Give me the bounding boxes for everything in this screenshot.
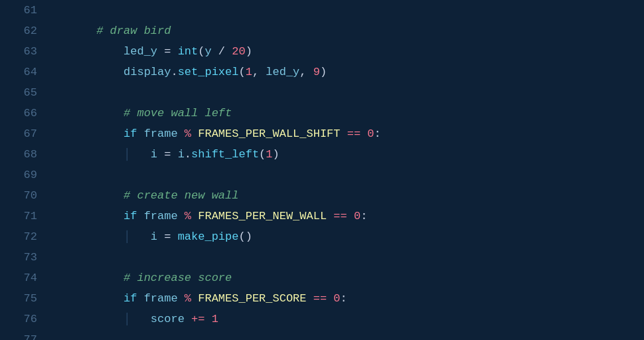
line-77: 77 [8, 329, 37, 340]
code-content: # draw bird led_y = int(y / 20) display.… [48, 0, 644, 340]
line-numbers: 61 62 63 64 65 66 67 68 69 70 71 72 73 7… [0, 0, 48, 340]
line-66: 66 [8, 103, 37, 124]
line-70: 70 [8, 185, 37, 206]
line-76: 76 [8, 309, 37, 329]
line-73: 73 [8, 247, 37, 268]
line-67: 67 [8, 124, 37, 144]
line-64: 64 [8, 62, 37, 82]
line-61: 61 [8, 0, 37, 21]
line-69: 69 [8, 165, 37, 185]
line-71: 71 [8, 206, 37, 226]
line-62: 62 [8, 21, 37, 41]
line-63: 63 [8, 41, 37, 62]
code-line-77: sleep(DELAY) [56, 329, 636, 340]
code-line-61: # draw bird [56, 0, 636, 21]
code-line-65: # move wall left [56, 82, 636, 103]
line-72: 72 [8, 226, 37, 247]
line-68: 68 [8, 144, 37, 165]
line-75: 75 [8, 288, 37, 309]
line-74: 74 [8, 268, 37, 288]
code-line-73: # increase score [56, 247, 636, 268]
code-editor: 61 62 63 64 65 66 67 68 69 70 71 72 73 7… [0, 0, 644, 340]
line-65: 65 [8, 82, 37, 103]
code-line-69: # create new wall [56, 165, 636, 185]
